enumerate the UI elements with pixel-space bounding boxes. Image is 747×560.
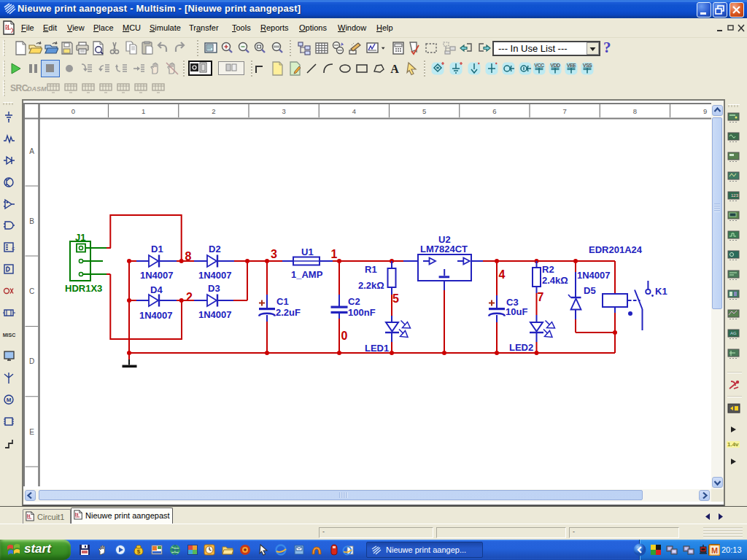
svg-text:8: 8 (185, 250, 192, 262)
svg-text:7: 7 (538, 291, 544, 303)
svg-text:A: A (29, 147, 34, 155)
svg-text:EDR201A24: EDR201A24 (589, 244, 643, 255)
svg-text:1N4007: 1N4007 (577, 270, 611, 281)
svg-text:R2: R2 (542, 264, 554, 275)
svg-text:J1: J1 (75, 232, 85, 243)
svg-text:D: D (29, 357, 34, 365)
svg-text:$: $ (137, 548, 141, 555)
svg-text:1N4007: 1N4007 (198, 309, 232, 320)
svg-text:D3: D3 (208, 283, 220, 294)
svg-text:4: 4 (499, 268, 506, 281)
svg-text:M: M (7, 397, 12, 403)
svg-text:LED1: LED1 (365, 343, 389, 354)
svg-text:10uF: 10uF (506, 306, 527, 317)
svg-text:VDD: VDD (550, 63, 560, 68)
svg-text:AG: AG (730, 331, 737, 335)
svg-text:HDR1X3: HDR1X3 (65, 283, 102, 294)
svg-text:D4: D4 (150, 284, 163, 295)
svg-text:A: A (390, 63, 399, 75)
svg-text:2.2kΩ: 2.2kΩ (358, 280, 384, 291)
svg-text:6: 6 (492, 107, 496, 115)
svg-text:0: 0 (341, 330, 348, 342)
svg-text:C1: C1 (276, 296, 289, 307)
svg-text:VEE: VEE (567, 63, 576, 68)
svg-text:M: M (711, 546, 718, 555)
svg-text:D1: D1 (151, 244, 163, 254)
svg-text:VSS: VSS (583, 63, 592, 68)
svg-text:3: 3 (271, 248, 277, 260)
svg-text:C: C (29, 287, 34, 295)
svg-text:D5: D5 (584, 285, 596, 296)
svg-text:2: 2 (212, 107, 215, 115)
svg-text:LED2: LED2 (509, 342, 533, 353)
svg-text:1N4007: 1N4007 (139, 310, 173, 321)
svg-text:R1: R1 (365, 264, 377, 275)
svg-text:100nF: 100nF (348, 307, 376, 318)
svg-text:MISC: MISC (3, 332, 16, 338)
svg-text:8: 8 (633, 107, 637, 115)
svg-text:C2: C2 (348, 296, 360, 307)
svg-text:1: 1 (142, 107, 145, 115)
svg-text:0: 0 (71, 107, 75, 115)
svg-text:1N4007: 1N4007 (140, 270, 174, 281)
svg-text:D2: D2 (209, 244, 221, 254)
svg-text:7: 7 (563, 107, 567, 115)
svg-text:2: 2 (186, 291, 193, 303)
svg-text:U1: U1 (301, 246, 314, 257)
svg-text:VCC: VCC (534, 63, 544, 68)
svg-text:1: 1 (331, 248, 338, 260)
svg-text:9: 9 (703, 107, 707, 115)
svg-text:4: 4 (352, 107, 356, 115)
svg-text:1_AMP: 1_AMP (291, 269, 323, 280)
svg-text:123: 123 (731, 193, 739, 198)
svg-text:E: E (29, 428, 34, 436)
svg-text:5: 5 (422, 107, 426, 115)
svg-text:2.4kΩ: 2.4kΩ (542, 275, 568, 286)
svg-text:K1: K1 (655, 286, 667, 297)
svg-text:C: C (12, 246, 15, 251)
svg-text:5: 5 (392, 292, 399, 305)
svg-text:1N4007: 1N4007 (198, 270, 232, 281)
svg-text:B: B (29, 217, 34, 225)
svg-text:3: 3 (282, 107, 286, 115)
svg-text:LM7824CT: LM7824CT (420, 244, 468, 254)
svg-text:2.2uF: 2.2uF (276, 307, 301, 318)
